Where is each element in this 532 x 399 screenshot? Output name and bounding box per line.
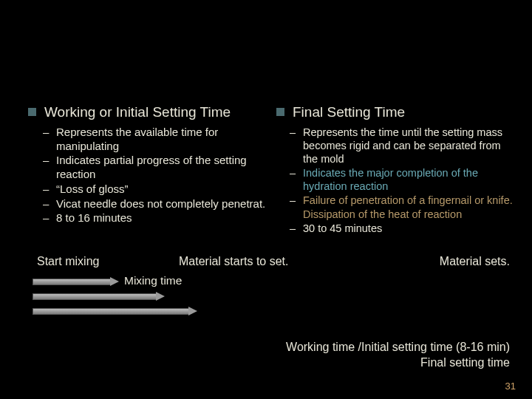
timeline-bar-final — [33, 308, 189, 315]
mixing-time-label: Mixing time — [124, 274, 182, 287]
arrow-right-icon — [110, 277, 119, 286]
list-item: 30 to 45 minutes — [303, 222, 517, 235]
left-sublist: Represents the available time for manipu… — [28, 126, 269, 225]
stage-middle-label: Material starts to set. — [170, 255, 414, 268]
stage-end-label: Material sets. — [414, 255, 510, 268]
timeline-bar-mixing — [33, 279, 111, 285]
left-heading-text: Working or Initial Setting Time — [44, 104, 231, 120]
list-item: 8 to 16 minutes — [56, 211, 269, 225]
list-item: Represents the time until the setting ma… — [303, 126, 517, 166]
page-number: 31 — [505, 381, 516, 392]
stage-labels-row: Start mixing Material starts to set. Mat… — [0, 236, 532, 268]
list-item: Represents the available time for manipu… — [56, 126, 269, 154]
bullet-square-icon — [276, 108, 284, 116]
two-column-content: Working or Initial Setting Time Represen… — [0, 0, 532, 236]
list-item: Indicates the major completion of the hy… — [303, 166, 517, 193]
stage-start-label: Start mixing — [37, 255, 170, 268]
bottom-caption: Working time /Initial setting time (8-16… — [286, 340, 510, 371]
final-time-caption: Final setting time — [286, 355, 510, 371]
right-column: Final Setting Time Represents the time u… — [276, 103, 517, 236]
list-item: Vicat needle does not completely penetra… — [56, 197, 269, 211]
left-column: Working or Initial Setting Time Represen… — [28, 103, 269, 236]
list-item: Indicates partial progress of the settin… — [56, 154, 269, 182]
right-heading-text: Final Setting Time — [293, 104, 405, 120]
timeline-diagram: Mixing time — [33, 273, 510, 324]
working-time-caption: Working time /Initial setting time (8-16… — [286, 340, 510, 355]
list-item: Failure of penetration of a fingernail o… — [303, 194, 517, 220]
arrow-right-icon — [188, 307, 197, 316]
slide: Working or Initial Setting Time Represen… — [0, 0, 532, 399]
right-heading: Final Setting Time — [276, 103, 517, 121]
arrow-right-icon — [156, 292, 165, 301]
right-sublist: Represents the time until the setting ma… — [276, 126, 517, 235]
left-heading: Working or Initial Setting Time — [28, 103, 269, 121]
bullet-square-icon — [28, 108, 36, 116]
list-item: “Loss of gloss” — [56, 183, 269, 197]
timeline-bar-working — [33, 293, 157, 300]
